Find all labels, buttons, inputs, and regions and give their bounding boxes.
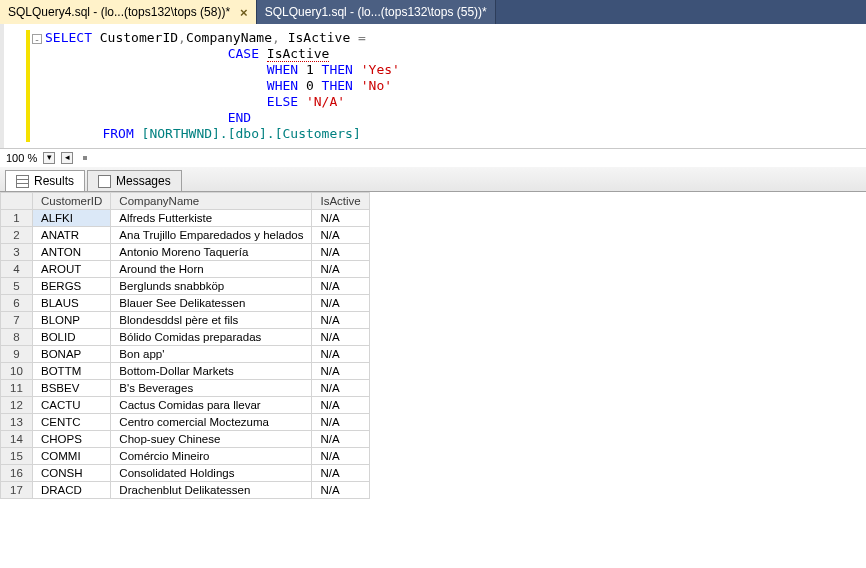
table-row[interactable]: 15COMMIComércio MineiroN/A (1, 448, 370, 465)
table-row[interactable]: 17DRACDDrachenblut DelikatessenN/A (1, 482, 370, 499)
cell-companyname[interactable]: Around the Horn (111, 261, 312, 278)
tab-results[interactable]: Results (5, 170, 85, 191)
row-number[interactable]: 16 (1, 465, 33, 482)
row-number[interactable]: 9 (1, 346, 33, 363)
cell-customerid[interactable]: ANATR (33, 227, 111, 244)
cell-customerid[interactable]: BOLID (33, 329, 111, 346)
row-number[interactable]: 15 (1, 448, 33, 465)
cell-companyname[interactable]: Blauer See Delikatessen (111, 295, 312, 312)
cell-customerid[interactable]: CENTC (33, 414, 111, 431)
row-number[interactable]: 6 (1, 295, 33, 312)
cell-customerid[interactable]: COMMI (33, 448, 111, 465)
row-number[interactable]: 1 (1, 210, 33, 227)
table-row[interactable]: 3ANTONAntonio Moreno TaqueríaN/A (1, 244, 370, 261)
col-header-companyname[interactable]: CompanyName (111, 193, 312, 210)
row-number[interactable]: 2 (1, 227, 33, 244)
table-row[interactable]: 8BOLIDBólido Comidas preparadasN/A (1, 329, 370, 346)
cell-companyname[interactable]: Consolidated Holdings (111, 465, 312, 482)
row-number[interactable]: 8 (1, 329, 33, 346)
tab-sqlquery4[interactable]: SQLQuery4.sql - (lo...(tops132\tops (58)… (0, 0, 257, 24)
cell-isactive[interactable]: N/A (312, 431, 369, 448)
results-grid[interactable]: CustomerID CompanyName IsActive 1ALFKIAl… (0, 192, 370, 499)
cell-customerid[interactable]: AROUT (33, 261, 111, 278)
cell-customerid[interactable]: CONSH (33, 465, 111, 482)
cell-customerid[interactable]: BERGS (33, 278, 111, 295)
zoom-value[interactable]: 100 % (6, 152, 37, 164)
cell-companyname[interactable]: Comércio Mineiro (111, 448, 312, 465)
cell-isactive[interactable]: N/A (312, 329, 369, 346)
cell-isactive[interactable]: N/A (312, 414, 369, 431)
table-row[interactable]: 1ALFKIAlfreds FutterkisteN/A (1, 210, 370, 227)
cell-customerid[interactable]: BONAP (33, 346, 111, 363)
cell-isactive[interactable]: N/A (312, 227, 369, 244)
cell-companyname[interactable]: Berglunds snabbköp (111, 278, 312, 295)
col-header-customerid[interactable]: CustomerID (33, 193, 111, 210)
cell-isactive[interactable]: N/A (312, 448, 369, 465)
table-row[interactable]: 14CHOPSChop-suey ChineseN/A (1, 431, 370, 448)
row-number[interactable]: 3 (1, 244, 33, 261)
cell-isactive[interactable]: N/A (312, 346, 369, 363)
cell-isactive[interactable]: N/A (312, 397, 369, 414)
cell-companyname[interactable]: Cactus Comidas para llevar (111, 397, 312, 414)
table-row[interactable]: 16CONSHConsolidated HoldingsN/A (1, 465, 370, 482)
row-number[interactable]: 12 (1, 397, 33, 414)
tab-sqlquery1[interactable]: SQLQuery1.sql - (lo...(tops132\tops (55)… (257, 0, 496, 24)
row-number[interactable]: 10 (1, 363, 33, 380)
table-row[interactable]: 7BLONPBlondesddsl père et filsN/A (1, 312, 370, 329)
table-row[interactable]: 4AROUTAround the HornN/A (1, 261, 370, 278)
cell-companyname[interactable]: Blondesddsl père et fils (111, 312, 312, 329)
row-number[interactable]: 11 (1, 380, 33, 397)
cell-customerid[interactable]: ANTON (33, 244, 111, 261)
row-number[interactable]: 7 (1, 312, 33, 329)
cell-isactive[interactable]: N/A (312, 244, 369, 261)
row-number[interactable]: 14 (1, 431, 33, 448)
row-number[interactable]: 5 (1, 278, 33, 295)
cell-companyname[interactable]: Bon app' (111, 346, 312, 363)
cell-isactive[interactable]: N/A (312, 482, 369, 499)
cell-isactive[interactable]: N/A (312, 278, 369, 295)
cell-isactive[interactable]: N/A (312, 380, 369, 397)
table-row[interactable]: 9BONAPBon app'N/A (1, 346, 370, 363)
scroll-thumb[interactable] (83, 156, 87, 160)
cell-companyname[interactable]: Centro comercial Moctezuma (111, 414, 312, 431)
cell-customerid[interactable]: ALFKI (33, 210, 111, 227)
col-header-isactive[interactable]: IsActive (312, 193, 369, 210)
scroll-left-button[interactable]: ◂ (61, 152, 73, 164)
cell-isactive[interactable]: N/A (312, 210, 369, 227)
cell-companyname[interactable]: Ana Trujillo Emparedados y helados (111, 227, 312, 244)
sql-editor[interactable]: -SELECT CustomerID,CompanyName, IsActive… (0, 24, 866, 148)
zoom-dropdown-button[interactable]: ▾ (43, 152, 55, 164)
cell-customerid[interactable]: BSBEV (33, 380, 111, 397)
collapse-icon[interactable]: - (32, 34, 42, 44)
cell-isactive[interactable]: N/A (312, 261, 369, 278)
cell-companyname[interactable]: Bólido Comidas preparadas (111, 329, 312, 346)
cell-isactive[interactable]: N/A (312, 295, 369, 312)
cell-companyname[interactable]: Chop-suey Chinese (111, 431, 312, 448)
row-number[interactable]: 4 (1, 261, 33, 278)
cell-isactive[interactable]: N/A (312, 312, 369, 329)
row-number[interactable]: 13 (1, 414, 33, 431)
cell-companyname[interactable]: Drachenblut Delikatessen (111, 482, 312, 499)
tab-messages[interactable]: Messages (87, 170, 182, 191)
cell-customerid[interactable]: DRACD (33, 482, 111, 499)
row-number-header[interactable] (1, 193, 33, 210)
cell-isactive[interactable]: N/A (312, 363, 369, 380)
table-row[interactable]: 2ANATRAna Trujillo Emparedados y helados… (1, 227, 370, 244)
table-row[interactable]: 6BLAUSBlauer See DelikatessenN/A (1, 295, 370, 312)
cell-customerid[interactable]: BOTTM (33, 363, 111, 380)
cell-customerid[interactable]: BLONP (33, 312, 111, 329)
cell-customerid[interactable]: CACTU (33, 397, 111, 414)
table-row[interactable]: 10BOTTMBottom-Dollar MarketsN/A (1, 363, 370, 380)
cell-companyname[interactable]: Alfreds Futterkiste (111, 210, 312, 227)
cell-isactive[interactable]: N/A (312, 465, 369, 482)
table-row[interactable]: 13CENTCCentro comercial MoctezumaN/A (1, 414, 370, 431)
table-row[interactable]: 12CACTUCactus Comidas para llevarN/A (1, 397, 370, 414)
table-row[interactable]: 5BERGSBerglunds snabbköpN/A (1, 278, 370, 295)
table-row[interactable]: 11BSBEVB's BeveragesN/A (1, 380, 370, 397)
close-icon[interactable]: × (240, 5, 248, 20)
cell-companyname[interactable]: Antonio Moreno Taquería (111, 244, 312, 261)
row-number[interactable]: 17 (1, 482, 33, 499)
cell-companyname[interactable]: B's Beverages (111, 380, 312, 397)
cell-customerid[interactable]: BLAUS (33, 295, 111, 312)
results-grid-wrapper[interactable]: CustomerID CompanyName IsActive 1ALFKIAl… (0, 192, 866, 499)
